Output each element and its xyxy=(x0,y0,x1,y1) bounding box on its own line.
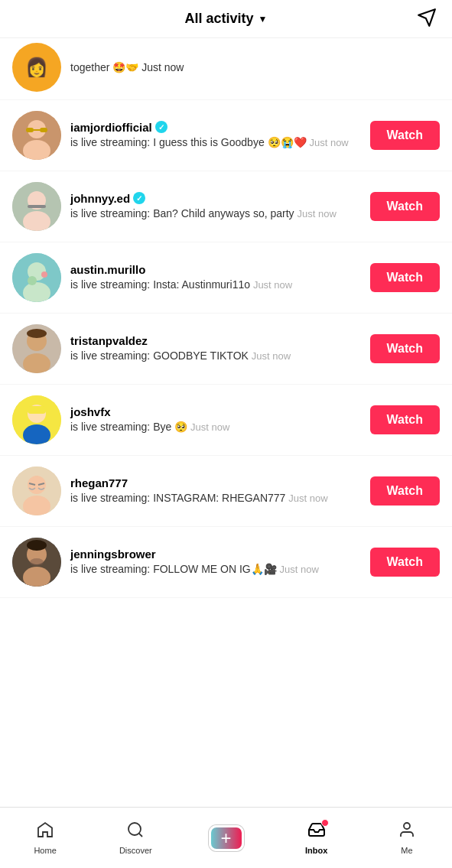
username-row: rhegan777 xyxy=(70,476,361,489)
watch-button[interactable]: Watch xyxy=(370,192,440,221)
avatar xyxy=(12,467,61,515)
timestamp: Just now xyxy=(280,564,319,575)
list-item: joshvfx is live streaming: Bye 🥺 Just no… xyxy=(0,385,452,456)
activity-text: is live streaming: I guess this is Goodb… xyxy=(70,135,361,151)
stream-text: is live streaming: FOLLOW ME ON IG🙏🎥 xyxy=(70,563,277,575)
nav-label-inbox: Inbox xyxy=(305,846,327,855)
username-row: iamjordiofficial xyxy=(70,121,361,134)
list-item: rhegan777 is live streaming: INSTAGRAM: … xyxy=(0,456,452,527)
svg-point-14 xyxy=(28,276,37,285)
list-item: jenningsbrower is live streaming: FOLLOW… xyxy=(0,527,452,598)
activity-text: is live streaming: INSTAGRAM: RHEGAN777 … xyxy=(70,491,361,506)
stream-text: is live streaming: Ban? Child anyways so… xyxy=(70,207,294,219)
activity-list: 👩 together 🤩🤝 Just now iamjordiofficial xyxy=(0,38,452,598)
stream-text: is live streaming: Insta: Austinmuri11o xyxy=(70,278,250,291)
create-button[interactable]: + xyxy=(209,825,244,851)
username: austin.murillo xyxy=(70,263,145,276)
header-title-text: All activity xyxy=(185,11,254,27)
list-item: austin.murillo is live streaming: Insta:… xyxy=(0,242,452,314)
stream-text: is live streaming: Bye 🥺 xyxy=(70,421,187,433)
watch-button[interactable]: Watch xyxy=(370,334,440,363)
send-icon[interactable] xyxy=(417,8,437,31)
username: tristanpvaldez xyxy=(70,334,148,347)
avatar xyxy=(12,538,61,587)
username-row: austin.murillo xyxy=(70,263,361,276)
timestamp: Just now xyxy=(288,493,327,504)
svg-point-36 xyxy=(404,823,410,829)
activity-content: tristanpvaldez is live streaming: GOODBY… xyxy=(70,334,361,364)
partial-avatar: 👩 xyxy=(12,43,61,92)
partial-item-text: together 🤩🤝 Just now xyxy=(70,61,184,73)
nav-item-home[interactable]: Home xyxy=(0,821,90,855)
activity-content: joshvfx is live streaming: Bye 🥺 Just no… xyxy=(70,405,361,435)
list-item: iamjordiofficial is live streaming: I gu… xyxy=(0,100,452,171)
username: iamjordiofficial xyxy=(70,121,152,134)
timestamp: Just now xyxy=(297,208,336,219)
username: joshvfx xyxy=(70,405,111,418)
svg-point-33 xyxy=(27,540,47,551)
stream-text: is live streaming: I guess this is Goodb… xyxy=(70,136,307,148)
username-row: johnnyy.ed xyxy=(70,192,361,205)
verified-badge-icon xyxy=(155,121,167,133)
username-row: jenningsbrower xyxy=(70,548,361,561)
activity-content: iamjordiofficial is live streaming: I gu… xyxy=(70,121,361,151)
avatar xyxy=(12,253,61,302)
bottom-nav: Home Discover + Inbox xyxy=(0,807,452,868)
svg-rect-23 xyxy=(28,406,46,414)
svg-point-32 xyxy=(30,558,44,566)
list-item: johnnyy.ed is live streaming: Ban? Child… xyxy=(0,171,452,242)
activity-content: johnnyy.ed is live streaming: Ban? Child… xyxy=(70,192,361,222)
svg-rect-5 xyxy=(40,128,47,132)
timestamp: Just now xyxy=(190,421,229,433)
avatar xyxy=(12,111,61,160)
partial-item: 👩 together 🤩🤝 Just now xyxy=(0,38,452,100)
nav-item-me[interactable]: Me xyxy=(362,821,452,855)
timestamp: Just now xyxy=(252,350,291,362)
nav-label-home: Home xyxy=(34,846,56,855)
username-row: joshvfx xyxy=(70,405,361,418)
svg-point-19 xyxy=(27,329,47,338)
watch-button[interactable]: Watch xyxy=(370,263,440,292)
activity-content: rhegan777 is live streaming: INSTAGRAM: … xyxy=(70,476,361,506)
activity-text: is live streaming: Bye 🥺 Just now xyxy=(70,420,361,435)
nav-label-me: Me xyxy=(401,846,412,855)
profile-icon xyxy=(398,821,416,844)
partial-text: together 🤩🤝 Just now xyxy=(70,61,440,73)
verified-badge-icon xyxy=(133,192,145,204)
stream-text: is live streaming: INSTAGRAM: RHEGAN777 xyxy=(70,492,285,504)
watch-button[interactable]: Watch xyxy=(370,476,440,506)
username: jenningsbrower xyxy=(70,548,156,561)
nav-item-create[interactable]: + xyxy=(180,825,271,851)
watch-button[interactable]: Watch xyxy=(370,405,440,434)
activity-text: is live streaming: Ban? Child anyways so… xyxy=(70,206,361,222)
header-title[interactable]: All activity ▼ xyxy=(185,11,268,27)
avatar xyxy=(12,182,61,231)
home-icon xyxy=(36,821,54,844)
stream-text: is live streaming: GOODBYE TIKTOK xyxy=(70,349,249,362)
activity-content: austin.murillo is live streaming: Insta:… xyxy=(70,263,361,293)
timestamp: Just now xyxy=(309,137,348,148)
watch-button[interactable]: Watch xyxy=(370,121,440,150)
activity-text: is live streaming: GOODBYE TIKTOK Just n… xyxy=(70,349,361,364)
avatar xyxy=(12,324,61,373)
svg-point-34 xyxy=(128,823,141,835)
activity-content: jenningsbrower is live streaming: FOLLOW… xyxy=(70,548,361,577)
svg-point-25 xyxy=(28,476,46,494)
avatar xyxy=(12,395,61,444)
timestamp: Just now xyxy=(253,279,292,291)
svg-marker-0 xyxy=(418,9,435,26)
activity-text: is live streaming: FOLLOW ME ON IG🙏🎥 Jus… xyxy=(70,562,361,577)
watch-button[interactable]: Watch xyxy=(370,548,440,577)
inbox-icon xyxy=(307,821,326,844)
svg-rect-10 xyxy=(28,205,46,208)
header: All activity ▼ xyxy=(0,0,452,38)
discover-icon xyxy=(126,821,145,844)
activity-text: is live streaming: Insta: Austinmuri11o … xyxy=(70,278,361,293)
svg-point-15 xyxy=(41,271,47,278)
svg-rect-4 xyxy=(26,128,34,132)
svg-line-35 xyxy=(139,834,142,837)
nav-item-inbox[interactable]: Inbox xyxy=(272,821,362,855)
username: johnnyy.ed xyxy=(70,192,130,205)
nav-label-discover: Discover xyxy=(119,846,152,855)
nav-item-discover[interactable]: Discover xyxy=(90,821,180,855)
